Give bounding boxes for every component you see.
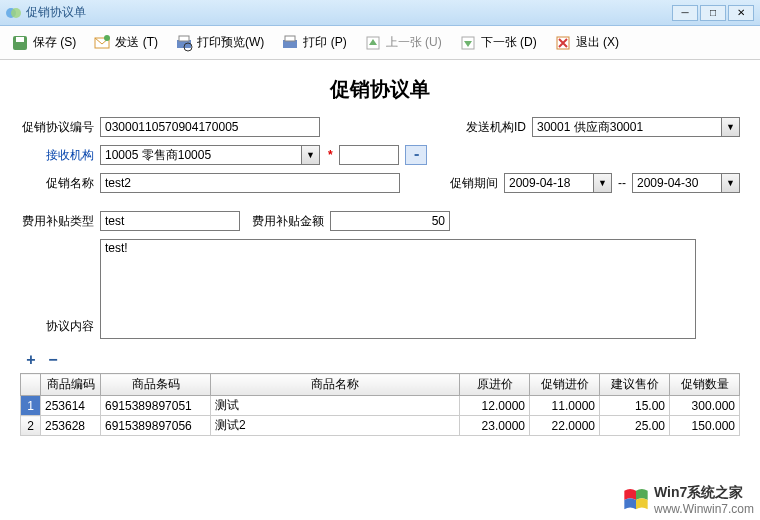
cell-qty[interactable]: 300.000	[670, 396, 740, 416]
send-org-dropdown[interactable]: ▼	[722, 117, 740, 137]
next-button[interactable]: 下一张 (D)	[458, 33, 537, 53]
grid-toolbar: + −	[20, 347, 740, 373]
subsidy-type-input[interactable]	[100, 211, 240, 231]
arrow-down-icon	[458, 33, 478, 53]
titlebar: 促销协议单 ─ □ ✕	[0, 0, 760, 26]
app-icon	[6, 5, 22, 21]
svg-rect-10	[285, 36, 295, 41]
print-preview-button[interactable]: 打印预览(W)	[174, 33, 264, 53]
date-from-dropdown[interactable]: ▼	[594, 173, 612, 193]
remove-row-button[interactable]: −	[46, 351, 60, 369]
name-label: 促销名称	[20, 175, 94, 192]
col-ppromo[interactable]: 促销进价	[530, 374, 600, 396]
send-org-label: 发送机构ID	[456, 119, 526, 136]
subsidy-amt-label: 费用补贴金额	[246, 213, 324, 230]
table-row[interactable]: 22536286915389897056测试223.000022.000025.…	[21, 416, 740, 436]
svg-rect-3	[16, 37, 24, 42]
cell-code[interactable]: 253614	[41, 396, 101, 416]
prev-button[interactable]: 上一张 (U)	[363, 33, 442, 53]
send-label: 发送 (T)	[115, 34, 158, 51]
save-button[interactable]: 保存 (S)	[10, 33, 76, 53]
print-icon	[280, 33, 300, 53]
add-row-button[interactable]: +	[24, 351, 38, 369]
date-to-input[interactable]	[632, 173, 722, 193]
save-icon	[10, 33, 30, 53]
content-label: 协议内容	[20, 318, 94, 335]
window-title: 促销协议单	[26, 4, 672, 21]
watermark: Win7系统之家 www.Winwin7.com	[622, 484, 754, 516]
subsidy-amt-input[interactable]	[330, 211, 450, 231]
period-dash: --	[618, 176, 626, 190]
table-row[interactable]: 12536146915389897051测试12.000011.000015.0…	[21, 396, 740, 416]
date-to-dropdown[interactable]: ▼	[722, 173, 740, 193]
product-grid[interactable]: 商品编码 商品条码 商品名称 原进价 促销进价 建议售价 促销数量 125361…	[20, 373, 740, 436]
agree-no-label: 促销协议编号	[20, 119, 94, 136]
cell-name[interactable]: 测试2	[211, 416, 460, 436]
col-name[interactable]: 商品名称	[211, 374, 460, 396]
col-psugg[interactable]: 建议售价	[600, 374, 670, 396]
content-textarea[interactable]	[100, 239, 696, 339]
exit-label: 退出 (X)	[576, 34, 619, 51]
toolbar: 保存 (S) 发送 (T) 打印预览(W) 打印 (P) 上一张 (U) 下一张…	[0, 26, 760, 60]
recv-org-dropdown[interactable]: ▼	[302, 145, 320, 165]
maximize-button[interactable]: □	[700, 5, 726, 21]
cell-psugg[interactable]: 25.00	[600, 416, 670, 436]
recv-extra-input[interactable]	[339, 145, 399, 165]
send-button[interactable]: 发送 (T)	[92, 33, 158, 53]
svg-point-5	[104, 35, 110, 41]
recv-org-label: 接收机构	[20, 147, 94, 164]
exit-icon	[553, 33, 573, 53]
col-code[interactable]: 商品编码	[41, 374, 101, 396]
cell-pin[interactable]: 23.0000	[460, 416, 530, 436]
cell-code[interactable]: 253628	[41, 416, 101, 436]
watermark-text-zh: Win7系统之家	[654, 484, 754, 502]
cell-name[interactable]: 测试	[211, 396, 460, 416]
cell-ppromo[interactable]: 11.0000	[530, 396, 600, 416]
minimize-button[interactable]: ─	[672, 5, 698, 21]
row-header[interactable]: 2	[21, 416, 41, 436]
recv-org-input[interactable]	[100, 145, 302, 165]
svg-point-1	[11, 8, 21, 18]
lookup-button[interactable]: ···	[405, 145, 427, 165]
cell-barcode[interactable]: 6915389897051	[101, 396, 211, 416]
windows-logo-icon	[622, 486, 650, 514]
required-mark: *	[328, 148, 333, 162]
date-from-input[interactable]	[504, 173, 594, 193]
agree-no-input[interactable]	[100, 117, 320, 137]
cell-qty[interactable]: 150.000	[670, 416, 740, 436]
grid-corner	[21, 374, 41, 396]
cell-pin[interactable]: 12.0000	[460, 396, 530, 416]
print-button[interactable]: 打印 (P)	[280, 33, 346, 53]
print-preview-label: 打印预览(W)	[197, 34, 264, 51]
col-pin[interactable]: 原进价	[460, 374, 530, 396]
save-label: 保存 (S)	[33, 34, 76, 51]
col-barcode[interactable]: 商品条码	[101, 374, 211, 396]
cell-psugg[interactable]: 15.00	[600, 396, 670, 416]
svg-rect-7	[179, 36, 189, 41]
cell-ppromo[interactable]: 22.0000	[530, 416, 600, 436]
exit-button[interactable]: 退出 (X)	[553, 33, 619, 53]
name-input[interactable]	[100, 173, 400, 193]
row-header[interactable]: 1	[21, 396, 41, 416]
page-title: 促销协议单	[20, 76, 740, 103]
print-preview-icon	[174, 33, 194, 53]
arrow-up-icon	[363, 33, 383, 53]
send-org-input[interactable]	[532, 117, 722, 137]
close-button[interactable]: ✕	[728, 5, 754, 21]
col-qty[interactable]: 促销数量	[670, 374, 740, 396]
prev-label: 上一张 (U)	[386, 34, 442, 51]
next-label: 下一张 (D)	[481, 34, 537, 51]
cell-barcode[interactable]: 6915389897056	[101, 416, 211, 436]
print-label: 打印 (P)	[303, 34, 346, 51]
send-icon	[92, 33, 112, 53]
subsidy-type-label: 费用补贴类型	[20, 213, 94, 230]
period-label: 促销期间	[444, 175, 498, 192]
watermark-url: www.Winwin7.com	[654, 502, 754, 516]
